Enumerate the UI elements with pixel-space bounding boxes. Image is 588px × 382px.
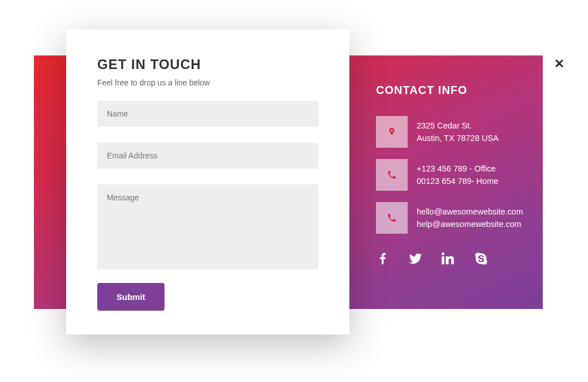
submit-button[interactable]: Submit: [97, 283, 165, 311]
email-line2: help@awesomewebsite.com: [417, 218, 523, 230]
address-line2: Austin, TX 78728 USA: [417, 132, 499, 144]
email-line1: hello@awesomewebsite.com: [417, 205, 523, 218]
contact-phone-row: +123 456 789 - Office 00123 654 789- Hom…: [376, 159, 546, 191]
form-title: GET IN TOUCH: [97, 57, 318, 72]
contact-info: CONTACT INFO 2325 Cedar St. Austin, TX 7…: [376, 84, 546, 268]
name-input[interactable]: [97, 101, 318, 127]
close-icon[interactable]: ✕: [554, 58, 564, 70]
contact-email-row: hello@awesomewebsite.com help@awesomeweb…: [376, 202, 546, 234]
social-icons: [376, 252, 546, 268]
facebook-icon[interactable]: [376, 252, 390, 268]
phone-icon: [376, 159, 408, 191]
email-input[interactable]: [97, 143, 318, 169]
map-pin-icon: [376, 116, 408, 148]
contact-form-card: GET IN TOUCH Feel free to drop us a line…: [66, 29, 349, 334]
twitter-icon[interactable]: [409, 252, 422, 268]
phone-line2: 00123 654 789- Home: [417, 175, 498, 187]
form-subtitle: Feel free to drop us a line below: [97, 78, 318, 87]
message-input[interactable]: [97, 184, 318, 269]
skype-icon[interactable]: [474, 252, 488, 268]
contact-info-title: CONTACT INFO: [376, 84, 546, 97]
contact-address-row: 2325 Cedar St. Austin, TX 78728 USA: [376, 116, 546, 148]
phone-line1: +123 456 789 - Office: [417, 162, 498, 175]
phone-icon: [376, 202, 408, 234]
address-line1: 2325 Cedar St.: [417, 119, 499, 132]
linkedin-icon[interactable]: [442, 252, 455, 268]
